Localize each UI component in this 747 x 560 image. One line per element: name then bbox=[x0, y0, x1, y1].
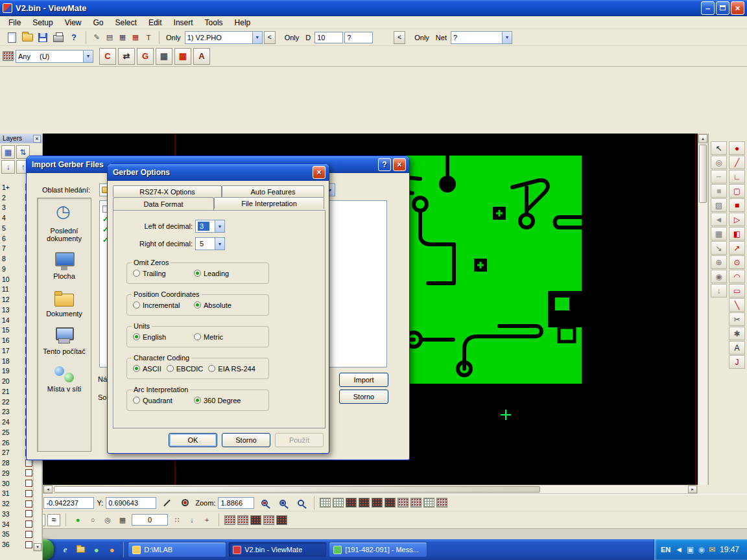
only-layer-label[interactable]: Only bbox=[166, 34, 181, 41]
tray-mail-icon[interactable]: ✉ bbox=[709, 545, 715, 554]
slice-tool[interactable]: ╲ bbox=[729, 298, 745, 312]
layers-close-icon[interactable]: × bbox=[33, 135, 41, 143]
tray-hide-chevron[interactable]: ◄ bbox=[675, 545, 683, 554]
menu-view[interactable]: View bbox=[59, 17, 88, 29]
radio-ebcdic[interactable]: EBCDIC bbox=[167, 365, 204, 373]
radio-incremental[interactable]: Incremental bbox=[133, 301, 189, 309]
net-pattern-3-icon[interactable] bbox=[250, 515, 261, 525]
import-button[interactable]: Import bbox=[339, 373, 388, 387]
scroll-right-icon[interactable]: ► bbox=[688, 485, 697, 493]
frame-tool[interactable]: ▭ bbox=[729, 284, 745, 298]
import-cancel-button[interactable]: Storno bbox=[339, 390, 388, 404]
grid-button[interactable]: ▦ bbox=[156, 48, 172, 65]
scroll-thumb[interactable] bbox=[54, 486, 540, 493]
edit-dcode-icon[interactable]: ✎ bbox=[90, 30, 103, 45]
ok-button[interactable]: OK bbox=[169, 433, 217, 447]
layer-visibility-checkbox[interactable] bbox=[25, 510, 32, 517]
import-help-button[interactable]: ? bbox=[378, 158, 391, 171]
chevron-down-icon[interactable]: ▼ bbox=[83, 51, 93, 62]
right-of-decimal-combo[interactable]: 5 ▼ bbox=[195, 237, 225, 250]
polygon-tool[interactable]: ▷ bbox=[729, 213, 745, 226]
only-net-label[interactable]: Only bbox=[414, 34, 429, 41]
task-mlab[interactable]: D:\MLAB bbox=[128, 542, 226, 557]
layer-row[interactable]: 36 bbox=[0, 539, 34, 550]
layer-select-combo[interactable]: 1) V2.PHO ▼ bbox=[185, 31, 263, 44]
chevron-down-icon[interactable]: ▼ bbox=[215, 238, 224, 250]
snap-rings-tool[interactable]: ◎ bbox=[711, 156, 727, 169]
pan-view-icon[interactable] bbox=[423, 498, 434, 508]
layer-visibility-checkbox[interactable] bbox=[25, 480, 32, 487]
scroll-thumb[interactable] bbox=[699, 145, 707, 203]
vector-arrow-tool[interactable]: ↗ bbox=[729, 241, 745, 255]
grid-table-icon[interactable]: ▦ bbox=[116, 513, 129, 527]
dcode-query-field[interactable]: ? bbox=[344, 32, 373, 43]
gcode-button[interactable]: G bbox=[137, 48, 154, 65]
circle-tool[interactable]: ⊙ bbox=[729, 255, 745, 269]
chevron-down-icon[interactable]: ▼ bbox=[215, 220, 224, 232]
layer-row[interactable]: 30 bbox=[0, 478, 34, 489]
previous-layer-button[interactable]: < bbox=[264, 31, 276, 44]
flag-tool[interactable]: ◄ bbox=[711, 213, 727, 226]
net-pattern-5-icon[interactable] bbox=[276, 515, 287, 525]
anchor-down-icon[interactable]: ↓ bbox=[185, 513, 198, 527]
menu-setup[interactable]: Setup bbox=[27, 17, 58, 29]
arc-tool[interactable]: ◠ bbox=[729, 270, 745, 283]
circle-aperture-button[interactable]: C bbox=[99, 48, 116, 65]
text-tool[interactable]: A bbox=[729, 341, 745, 355]
import-close-button[interactable]: × bbox=[393, 158, 406, 171]
table-tool[interactable]: ▦ bbox=[711, 227, 727, 240]
place-dokumenty[interactable]: Dokumenty bbox=[38, 284, 91, 321]
radio-eia-rs-244[interactable]: EIA RS-244 bbox=[208, 365, 255, 373]
only-dcode-label[interactable]: Only bbox=[285, 34, 300, 41]
select-tool[interactable]: ↖ bbox=[711, 141, 727, 155]
menu-go[interactable]: Go bbox=[88, 17, 110, 29]
resize-tool[interactable]: ↘ bbox=[711, 241, 727, 255]
print-icon[interactable] bbox=[51, 30, 66, 45]
menu-insert[interactable]: Insert bbox=[168, 17, 199, 29]
tab-auto-features[interactable]: Auto Features bbox=[222, 185, 324, 197]
x-coordinate-field[interactable]: -0.942237 bbox=[43, 497, 94, 509]
origin-target-icon[interactable] bbox=[177, 496, 193, 510]
probe-circle-icon[interactable]: ◎ bbox=[101, 513, 114, 527]
polyline-tool[interactable]: ∟ bbox=[729, 170, 745, 183]
tray-display-icon[interactable]: ▣ bbox=[687, 545, 694, 554]
gerber-close-button[interactable]: × bbox=[313, 166, 326, 179]
net-pattern-2-icon[interactable] bbox=[237, 515, 248, 525]
chevron-down-icon[interactable]: ▼ bbox=[502, 32, 512, 43]
hook-tool[interactable]: J bbox=[729, 355, 745, 369]
layer-visibility-checkbox[interactable] bbox=[25, 520, 32, 528]
net-pattern-1-icon[interactable] bbox=[224, 515, 235, 525]
rectangle-tool[interactable]: ▢ bbox=[729, 184, 745, 198]
scissors-tool[interactable]: ✂ bbox=[729, 312, 745, 326]
red-grid-button[interactable]: ▦ bbox=[174, 48, 191, 65]
layer-row[interactable]: 35 bbox=[0, 530, 34, 540]
task-messenger[interactable]: [191-482-091] - Mess... bbox=[329, 542, 427, 557]
layer-visibility-checkbox[interactable] bbox=[25, 469, 32, 476]
block-tool[interactable]: ■ bbox=[711, 184, 727, 198]
dcode-film-1-icon[interactable] bbox=[346, 498, 357, 508]
layer-visibility-checkbox[interactable] bbox=[25, 541, 32, 548]
chevron-down-icon[interactable]: ▼ bbox=[252, 32, 262, 43]
browser-quick-icon[interactable]: ● bbox=[106, 544, 117, 555]
radio-leading[interactable]: Leading bbox=[194, 270, 250, 277]
grid-step-field[interactable]: 0 bbox=[132, 514, 168, 526]
dashed-tool[interactable]: ┈ bbox=[711, 170, 727, 183]
aperture-grid-icon[interactable]: ▦ bbox=[116, 30, 129, 45]
dcode-film-3-icon[interactable] bbox=[372, 498, 383, 508]
measure-line-icon[interactable] bbox=[159, 496, 174, 510]
layer-visibility-checkbox[interactable] bbox=[25, 460, 32, 467]
mirror-tool[interactable]: ◧ bbox=[729, 227, 745, 240]
net-wave-black-icon[interactable]: ≈ bbox=[47, 514, 60, 526]
dcode-table-icon[interactable]: ▤ bbox=[103, 30, 116, 45]
pad-film-2-icon[interactable] bbox=[410, 498, 421, 508]
save-file-icon[interactable] bbox=[35, 30, 51, 45]
layer-grid-button[interactable]: ▦ bbox=[1, 145, 15, 159]
settings-tool[interactable]: ✱ bbox=[729, 327, 745, 340]
lasso-icon[interactable]: ○ bbox=[86, 513, 99, 527]
internet-explorer-icon[interactable]: e bbox=[60, 544, 71, 555]
swap-grid-button[interactable]: ⇄ bbox=[118, 48, 135, 65]
radio-metric[interactable]: Metric bbox=[194, 333, 250, 341]
line-tool[interactable]: ╱ bbox=[729, 156, 745, 169]
minimize-button[interactable]: – bbox=[701, 1, 715, 15]
aperture-text-button[interactable]: A bbox=[193, 48, 210, 65]
